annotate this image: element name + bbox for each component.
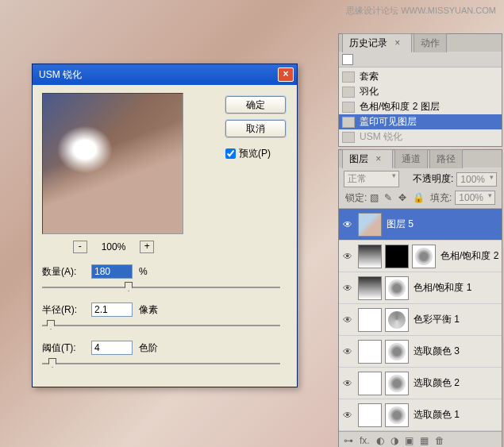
usm-sharpen-dialog: USM 锐化 × 确定 取消 预览(P) - 100% + 数量(A): % 半… bbox=[32, 64, 298, 387]
layer-row[interactable]: 👁色彩平衡 1 bbox=[339, 304, 502, 336]
amount-field: 数量(A): % bbox=[42, 264, 287, 279]
dialog-title: USM 锐化 bbox=[39, 68, 278, 82]
history-item-label: 盖印可见图层 bbox=[360, 115, 417, 129]
adjustment-thumb[interactable] bbox=[385, 276, 409, 300]
layer-mask-thumb[interactable] bbox=[358, 245, 382, 268]
layer-row[interactable]: 👁选取颜色 3 bbox=[339, 336, 502, 368]
layer-name[interactable]: 色相/饱和度 2 bbox=[439, 249, 500, 263]
visibility-eye-icon[interactable]: 👁 bbox=[340, 378, 355, 389]
preview-check-input[interactable] bbox=[225, 148, 236, 159]
adjustment-thumb[interactable] bbox=[385, 403, 409, 427]
visibility-eye-icon[interactable]: 👁 bbox=[340, 410, 355, 421]
opacity-label: 不透明度: bbox=[413, 172, 453, 186]
layer-name[interactable]: 选取颜色 3 bbox=[412, 345, 500, 358]
tab-close-icon[interactable]: × bbox=[368, 152, 386, 166]
layer-name[interactable]: 色彩平衡 1 bbox=[412, 313, 500, 326]
preview-image[interactable] bbox=[42, 93, 183, 234]
history-item[interactable]: 盖印可见图层 bbox=[339, 114, 502, 129]
lock-label: 锁定: bbox=[345, 191, 367, 205]
zoom-out-button[interactable]: - bbox=[73, 241, 87, 253]
layer-row[interactable]: 👁色相/饱和度 1 bbox=[339, 272, 502, 304]
slider-thumb[interactable] bbox=[125, 282, 133, 291]
layer-row[interactable]: 👁选取颜色 1 bbox=[339, 399, 502, 431]
slider-thumb[interactable] bbox=[47, 320, 55, 329]
fill-dropdown[interactable]: 100% bbox=[455, 191, 495, 205]
threshold-field: 阈值(T): 色阶 bbox=[42, 341, 287, 355]
radius-unit: 像素 bbox=[139, 303, 158, 317]
history-snapshot-row[interactable] bbox=[339, 52, 502, 67]
layer-thumb[interactable] bbox=[358, 213, 382, 237]
layer-fx-icon[interactable]: fx. bbox=[360, 435, 370, 446]
adjustment-thumb[interactable] bbox=[412, 245, 436, 268]
tab-layers[interactable]: 图层 × bbox=[342, 149, 393, 168]
slider-thumb[interactable] bbox=[48, 358, 56, 368]
tab-history[interactable]: 历史记录 × bbox=[342, 33, 412, 52]
tab-label: 历史记录 bbox=[349, 37, 387, 48]
cancel-button[interactable]: 取消 bbox=[225, 120, 286, 137]
visibility-eye-icon[interactable]: 👁 bbox=[340, 314, 355, 326]
new-layer-icon[interactable]: ▦ bbox=[420, 435, 429, 446]
layer-name[interactable]: 色相/饱和度 1 bbox=[412, 281, 500, 295]
visibility-eye-icon[interactable]: 👁 bbox=[340, 251, 355, 262]
layer-mask-thumb[interactable] bbox=[358, 372, 382, 395]
layer-name[interactable]: 选取颜色 1 bbox=[412, 408, 500, 422]
layer-name[interactable]: 图层 5 bbox=[385, 218, 500, 231]
history-panel: 历史记录 × 动作 套索羽化色相/饱和度 2 图层盖印可见图层USM 锐化 bbox=[338, 33, 502, 147]
add-mask-icon[interactable]: ◐ bbox=[376, 435, 384, 446]
layer-mask-thumb[interactable] bbox=[358, 340, 382, 364]
radius-field: 半径(R): 像素 bbox=[42, 302, 287, 317]
layer-mask-thumb[interactable] bbox=[385, 245, 409, 268]
close-icon[interactable]: × bbox=[278, 67, 294, 82]
history-item[interactable]: USM 锐化 bbox=[339, 129, 502, 145]
zoom-value: 100% bbox=[102, 241, 126, 252]
visibility-eye-icon[interactable]: 👁 bbox=[340, 346, 355, 357]
adjustment-thumb[interactable] bbox=[385, 340, 409, 364]
lock-paint-icon[interactable]: ✎ bbox=[384, 192, 395, 203]
lock-all-icon[interactable]: 🔒 bbox=[413, 192, 424, 203]
history-item-label: 套索 bbox=[360, 70, 379, 83]
adjustment-thumb[interactable] bbox=[385, 372, 409, 395]
history-item[interactable]: 色相/饱和度 2 图层 bbox=[339, 99, 502, 114]
snapshot-thumb bbox=[342, 54, 353, 65]
trash-icon[interactable]: 🗑 bbox=[435, 435, 444, 446]
layer-row[interactable]: 👁图层 5 bbox=[339, 209, 502, 241]
link-layers-icon[interactable]: ⊶ bbox=[344, 435, 353, 446]
visibility-eye-icon[interactable]: 👁 bbox=[340, 219, 355, 230]
layer-mask-thumb[interactable] bbox=[358, 308, 382, 332]
watermark-text: 思缘设计论坛 WWW.MISSYUAN.COM bbox=[346, 5, 496, 17]
amount-input[interactable] bbox=[91, 264, 133, 279]
visibility-eye-icon[interactable]: 👁 bbox=[340, 283, 355, 294]
threshold-input[interactable] bbox=[91, 341, 133, 355]
layers-panel: 图层 × 通道 路径 正常 不透明度: 100% 锁定: ▧ ✎ ✥ 🔒 填充:… bbox=[338, 149, 502, 447]
history-step-icon bbox=[342, 87, 355, 98]
layer-mask-thumb[interactable] bbox=[358, 276, 382, 300]
tab-actions[interactable]: 动作 bbox=[414, 33, 447, 52]
zoom-in-button[interactable]: + bbox=[140, 241, 154, 253]
blend-mode-dropdown[interactable]: 正常 bbox=[344, 171, 399, 187]
threshold-slider[interactable] bbox=[42, 356, 280, 371]
history-item[interactable]: 羽化 bbox=[339, 84, 502, 99]
new-group-icon[interactable]: ▣ bbox=[405, 435, 414, 446]
amount-unit: % bbox=[139, 266, 148, 277]
tab-close-icon[interactable]: × bbox=[387, 36, 405, 50]
layer-row[interactable]: 👁色相/饱和度 2 bbox=[339, 241, 502, 272]
new-adjustment-icon[interactable]: ◑ bbox=[391, 435, 398, 446]
amount-slider[interactable] bbox=[42, 280, 280, 295]
adjustment-thumb[interactable] bbox=[385, 308, 409, 332]
preview-checkbox[interactable]: 预览(P) bbox=[225, 147, 286, 160]
lock-move-icon[interactable]: ✥ bbox=[398, 192, 410, 203]
history-step-icon bbox=[342, 71, 355, 83]
tab-label: 图层 bbox=[349, 153, 368, 164]
lock-transparent-icon[interactable]: ▧ bbox=[370, 192, 381, 203]
opacity-dropdown[interactable]: 100% bbox=[456, 172, 497, 187]
radius-slider[interactable] bbox=[42, 318, 280, 333]
tab-channels[interactable]: 通道 bbox=[394, 149, 428, 168]
layer-row[interactable]: 👁选取颜色 2 bbox=[339, 368, 502, 399]
layer-mask-thumb[interactable] bbox=[358, 403, 382, 427]
history-item[interactable]: 套索 bbox=[339, 69, 502, 84]
ok-button[interactable]: 确定 bbox=[225, 96, 286, 114]
dialog-titlebar[interactable]: USM 锐化 × bbox=[33, 64, 297, 85]
radius-input[interactable] bbox=[91, 302, 133, 317]
layer-name[interactable]: 选取颜色 2 bbox=[412, 376, 500, 390]
tab-paths[interactable]: 路径 bbox=[429, 149, 463, 168]
